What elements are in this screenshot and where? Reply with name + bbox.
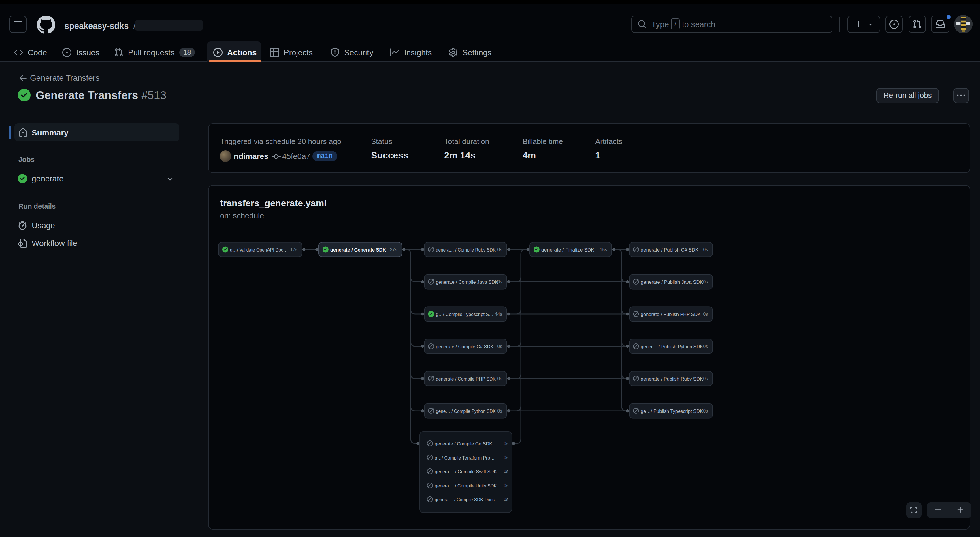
svg-text:17s: 17s bbox=[290, 247, 298, 252]
svg-text:g…/ Validate OpenAPI Doc…: g…/ Validate OpenAPI Doc… bbox=[230, 247, 288, 253]
svg-text:0s: 0s bbox=[703, 280, 708, 284]
svg-text:generate / Compile Go SDK: generate / Compile Go SDK bbox=[435, 441, 492, 446]
svg-text:genera… / Compile Ruby SDK: genera… / Compile Ruby SDK bbox=[436, 247, 496, 253]
svg-text:generate / Publish PHP SDK: generate / Publish PHP SDK bbox=[641, 311, 701, 317]
svg-text:ge…/ Publish Typescript SDK: ge…/ Publish Typescript SDK bbox=[641, 408, 703, 414]
svg-text:15s: 15s bbox=[600, 247, 607, 252]
svg-text:0s: 0s bbox=[504, 469, 509, 474]
svg-text:generate / Publish Ruby SDK: generate / Publish Ruby SDK bbox=[641, 376, 703, 382]
svg-text:0s: 0s bbox=[498, 280, 503, 284]
svg-text:0s: 0s bbox=[504, 441, 509, 446]
svg-text:generate / Publish C# SDK: generate / Publish C# SDK bbox=[641, 247, 699, 253]
svg-text:generate / Compile PHP SDK: generate / Compile PHP SDK bbox=[436, 376, 496, 382]
svg-text:44s: 44s bbox=[495, 312, 502, 317]
svg-text:generate / Compile Java SDK: generate / Compile Java SDK bbox=[436, 279, 498, 285]
svg-text:0s: 0s bbox=[498, 376, 503, 381]
svg-text:generate / Finalize SDK: generate / Finalize SDK bbox=[541, 247, 595, 253]
svg-text:27s: 27s bbox=[390, 247, 397, 252]
svg-text:generate / Compile C# SDK: generate / Compile C# SDK bbox=[436, 344, 493, 350]
svg-text:0s: 0s bbox=[504, 455, 509, 460]
svg-text:gener… / Publish Python SDK: gener… / Publish Python SDK bbox=[641, 344, 703, 350]
svg-text:genera… / Compile Swift SDK: genera… / Compile Swift SDK bbox=[435, 469, 497, 475]
svg-text:0s: 0s bbox=[703, 376, 708, 381]
svg-text:genera… / Compile Unity SDK: genera… / Compile Unity SDK bbox=[435, 483, 497, 489]
svg-text:genera… / Compile SDK Docs: genera… / Compile SDK Docs bbox=[435, 497, 495, 502]
svg-text:g…/ Compile Typescript S…: g…/ Compile Typescript S… bbox=[436, 311, 493, 317]
svg-text:generate / Generate SDK: generate / Generate SDK bbox=[330, 247, 386, 253]
svg-text:0s: 0s bbox=[703, 408, 708, 413]
svg-text:0s: 0s bbox=[703, 312, 708, 317]
svg-text:0s: 0s bbox=[504, 497, 509, 502]
svg-text:0s: 0s bbox=[498, 247, 503, 252]
svg-text:gene… / Compile Python SDK: gene… / Compile Python SDK bbox=[436, 408, 496, 414]
svg-text:0s: 0s bbox=[703, 344, 708, 349]
svg-text:0s: 0s bbox=[498, 344, 503, 349]
svg-text:0s: 0s bbox=[498, 408, 503, 413]
svg-text:g…/ Compile Terraform Pro…: g…/ Compile Terraform Pro… bbox=[435, 455, 495, 461]
svg-text:0s: 0s bbox=[504, 483, 509, 488]
svg-text:generate / Publish Java SDK: generate / Publish Java SDK bbox=[641, 279, 703, 285]
svg-text:0s: 0s bbox=[703, 247, 708, 252]
